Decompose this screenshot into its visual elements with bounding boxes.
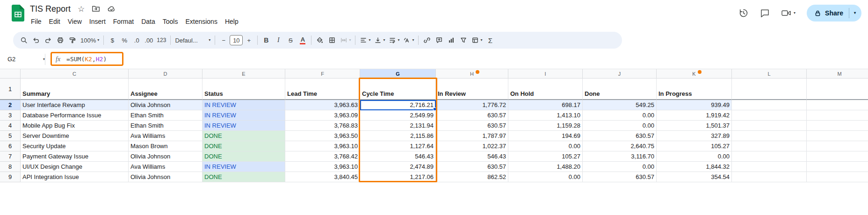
cell-J9[interactable]: 630.57	[583, 172, 657, 182]
move-folder-icon[interactable]	[92, 5, 100, 13]
cell-G2[interactable]: 2,716.21	[360, 100, 436, 110]
share-caret-icon[interactable]: ▾	[854, 11, 856, 15]
cell-E4[interactable]: IN REVIEW	[203, 121, 285, 131]
share-button[interactable]: Share ▾	[807, 5, 861, 22]
cell-I8[interactable]: 1,488.20	[508, 162, 583, 172]
cell-C5[interactable]: Server Downtime	[21, 131, 129, 141]
menu-tools[interactable]: Tools	[159, 16, 182, 27]
cell-I2[interactable]: 698.17	[508, 100, 583, 110]
cell-D6[interactable]: Mason Brown	[129, 141, 203, 151]
sheets-logo-icon[interactable]	[12, 5, 24, 22]
cell-L8[interactable]	[732, 162, 807, 172]
cell-H1[interactable]: In Review	[436, 79, 508, 100]
cell-M5[interactable]	[807, 131, 868, 141]
row-header-2[interactable]: 2	[0, 100, 21, 110]
menu-view[interactable]: View	[64, 16, 86, 27]
column-header-I[interactable]: I	[508, 69, 583, 79]
cell-G3[interactable]: 2,549.99	[360, 110, 436, 121]
cell-E1[interactable]: Status	[203, 79, 285, 100]
fill-color-button[interactable]	[314, 34, 326, 47]
meet-caret-icon[interactable]: ▾	[794, 11, 796, 15]
cell-G4[interactable]: 2,131.94	[360, 121, 436, 131]
text-rotation-button[interactable]: ▾	[401, 34, 416, 47]
cell-K9[interactable]: 354.54	[657, 172, 732, 182]
print-button[interactable]	[54, 34, 66, 47]
cell-H3[interactable]: 630.57	[436, 110, 508, 121]
cell-F4[interactable]: 3,768.83	[285, 121, 360, 131]
column-header-L[interactable]: L	[732, 69, 807, 79]
column-header-H[interactable]: H	[436, 69, 508, 79]
cell-E3[interactable]: IN REVIEW	[203, 110, 285, 121]
insert-chart-button[interactable]	[445, 34, 457, 47]
cell-F3[interactable]: 3,963.09	[285, 110, 360, 121]
cell-D2[interactable]: Olivia Johnson	[129, 100, 203, 110]
format-currency-button[interactable]: $	[106, 34, 118, 47]
row-header-1[interactable]: 1	[0, 79, 21, 100]
cell-J8[interactable]: 0.00	[583, 162, 657, 172]
paint-format-button[interactable]	[66, 34, 79, 47]
cell-J4[interactable]: 0.00	[583, 121, 657, 131]
row-header-3[interactable]: 3	[0, 110, 21, 121]
select-all-corner[interactable]	[0, 69, 21, 79]
column-header-G[interactable]: G	[360, 69, 436, 79]
text-wrap-button[interactable]: ▾	[387, 34, 401, 47]
vertical-align-button[interactable]: ▾	[372, 34, 387, 47]
cell-G8[interactable]: 2,474.89	[360, 162, 436, 172]
undo-button[interactable]	[30, 34, 42, 47]
row-header-9[interactable]: 9	[0, 172, 21, 182]
merge-cells-button[interactable]: ▾	[338, 34, 353, 47]
cell-J5[interactable]: 630.57	[583, 131, 657, 141]
cell-I5[interactable]: 194.69	[508, 131, 583, 141]
text-color-button[interactable]: A	[297, 34, 309, 47]
cell-E5[interactable]: DONE	[203, 131, 285, 141]
cell-C4[interactable]: Mobile App Bug Fix	[21, 121, 129, 131]
cell-G5[interactable]: 2,115.86	[360, 131, 436, 141]
cell-C1[interactable]: Summary	[21, 79, 129, 100]
cell-F6[interactable]: 3,963.10	[285, 141, 360, 151]
cell-C6[interactable]: Security Update	[21, 141, 129, 151]
cell-M9[interactable]	[807, 172, 868, 182]
cell-K3[interactable]: 1,919.42	[657, 110, 732, 121]
menu-insert[interactable]: Insert	[86, 16, 109, 27]
increase-font-size-button[interactable]: +	[243, 34, 255, 47]
row-header-4[interactable]: 4	[0, 121, 21, 131]
cell-K8[interactable]: 1,844.32	[657, 162, 732, 172]
cell-I3[interactable]: 1,413.10	[508, 110, 583, 121]
cell-L2[interactable]	[732, 100, 807, 110]
decrease-font-size-button[interactable]: −	[217, 34, 230, 47]
cell-D1[interactable]: Assignee	[129, 79, 203, 100]
cell-M1[interactable]	[807, 79, 868, 100]
cell-H9[interactable]: 862.52	[436, 172, 508, 182]
comments-icon[interactable]	[760, 8, 770, 18]
cell-H8[interactable]: 630.57	[436, 162, 508, 172]
decrease-decimal-button[interactable]: .0	[130, 34, 143, 47]
version-history-icon[interactable]	[738, 8, 749, 18]
cell-H7[interactable]: 546.43	[436, 151, 508, 162]
table-views-button[interactable]: ▾	[470, 34, 484, 47]
cell-J6[interactable]: 2,640.75	[583, 141, 657, 151]
cell-C3[interactable]: Database Performance Issue	[21, 110, 129, 121]
star-icon[interactable]: ☆	[78, 5, 85, 13]
meet-button[interactable]: ▾	[781, 8, 796, 18]
search-menus-button[interactable]	[18, 34, 30, 47]
font-family-control[interactable]: Defaul...▾	[173, 34, 212, 47]
insert-link-button[interactable]	[421, 34, 433, 47]
strikethrough-button[interactable]: S	[284, 34, 297, 47]
cell-H6[interactable]: 1,022.37	[436, 141, 508, 151]
cell-J1[interactable]: Done	[583, 79, 657, 100]
cell-F1[interactable]: Lead Time	[285, 79, 360, 100]
cell-L3[interactable]	[732, 110, 807, 121]
redo-button[interactable]	[42, 34, 54, 47]
cell-M2[interactable]	[807, 100, 868, 110]
cell-D5[interactable]: Ava Williams	[129, 131, 203, 141]
cell-F9[interactable]: 3,840.45	[285, 172, 360, 182]
cell-E6[interactable]: DONE	[203, 141, 285, 151]
cell-M8[interactable]	[807, 162, 868, 172]
cell-I7[interactable]: 105.27	[508, 151, 583, 162]
cell-L4[interactable]	[732, 121, 807, 131]
row-header-8[interactable]: 8	[0, 162, 21, 172]
cell-J7[interactable]: 3,116.70	[583, 151, 657, 162]
horizontal-align-button[interactable]: ▾	[358, 34, 372, 47]
row-header-7[interactable]: 7	[0, 151, 21, 162]
cell-L7[interactable]	[732, 151, 807, 162]
